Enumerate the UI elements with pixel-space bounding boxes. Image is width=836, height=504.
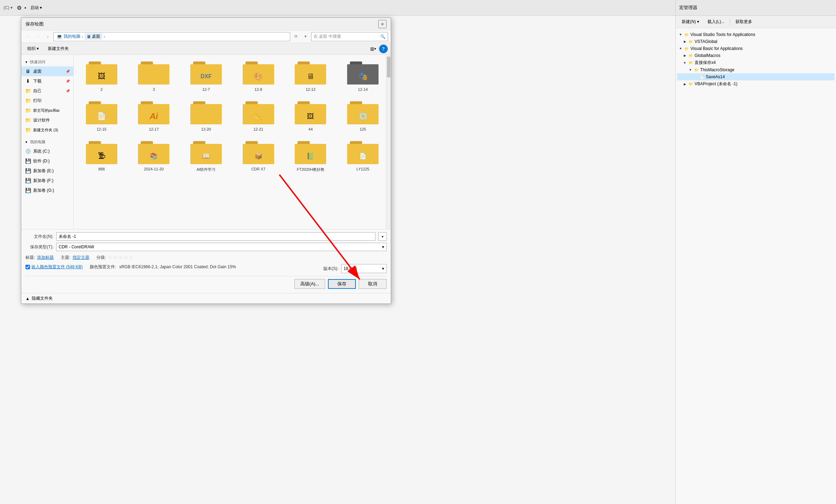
file-item-ai-learn[interactable]: 📖 AI软件学习	[182, 138, 230, 175]
star3[interactable]: ☆	[118, 255, 123, 260]
file-item-ft2020[interactable]: 📗 FT2020H教好教	[286, 138, 335, 175]
file-area: 🖼 2 3	[74, 55, 391, 229]
d-drive-icon: 💾	[25, 158, 31, 164]
version-select[interactable]: 18.0 版 ▾	[341, 264, 387, 273]
window-icon[interactable]: ▪	[24, 5, 26, 10]
mypc-expand[interactable]: ▼	[25, 140, 28, 144]
file-grid: 🖼 2 3	[74, 55, 391, 229]
sidebar-item-newfolder3[interactable]: 📁 新建文件夹 (3)	[21, 125, 73, 135]
breadcrumb-dropdown[interactable]: ▾	[301, 32, 310, 41]
advanced-button[interactable]: 高级(A)...	[294, 279, 325, 289]
separator	[730, 19, 730, 25]
star-rating[interactable]: ☆ ☆ ☆ ☆ ☆	[108, 255, 133, 260]
star4[interactable]: ☆	[124, 255, 128, 260]
file-item-12-14[interactable]: 🎭 12-14	[338, 58, 387, 95]
help-button[interactable]: ?	[379, 44, 388, 53]
hide-folders-bar[interactable]: ▲ 隐藏文件夹	[21, 293, 391, 304]
file-item-cdrx7[interactable]: 📦 CDR X7	[234, 138, 283, 175]
folder-thumb-12-21: 📐	[243, 101, 274, 126]
organize-button[interactable]: 组织 ▾	[24, 44, 42, 53]
quick-access-label: 快速访问	[30, 59, 45, 65]
star5[interactable]: ☆	[129, 255, 133, 260]
breadcrumb-mypc[interactable]: 我的电脑	[64, 34, 80, 39]
sidebar-item-self[interactable]: 📁 自己 📌	[21, 86, 73, 96]
file-item-12-15[interactable]: 📄 12-15	[77, 98, 126, 134]
tag-value[interactable]: 添加标题	[37, 255, 54, 261]
new-folder-button[interactable]: 新建文件夹	[45, 44, 72, 53]
embed-link[interactable]: 嵌入颜色预置文件 (548 KB)	[31, 264, 83, 269]
sidebar-item-download[interactable]: ⬇ 下载 📌	[21, 76, 73, 86]
view-toggle[interactable]: ⊞ ▾	[370, 46, 376, 52]
file-item-888[interactable]: 🗜 888	[77, 138, 126, 175]
up-button[interactable]: ↑	[44, 32, 52, 41]
sidebar-item-f[interactable]: 💾 新加卷 (F:)	[21, 176, 73, 185]
star2[interactable]: ☆	[113, 255, 118, 260]
back-button[interactable]: ←	[24, 32, 32, 41]
sidebar-item-g[interactable]: 💾 新加卷 (G:)	[21, 185, 73, 195]
sidebar-item-e[interactable]: 💾 新加卷 (E:)	[21, 166, 73, 176]
tree-item-directsave[interactable]: ▼ 📁 直接保存x4	[677, 59, 835, 66]
embed-label[interactable]: 嵌入颜色预置文件 (548 KB)	[31, 264, 83, 270]
load-macro-button[interactable]: 载入(L)...	[704, 17, 728, 26]
subject-value[interactable]: 指定主题	[73, 255, 89, 261]
sidebar-item-d[interactable]: 💾 软件 (D:)	[21, 156, 73, 166]
save-button[interactable]: 保存	[328, 279, 356, 289]
file-item-12-8[interactable]: 🎨 12-8	[234, 58, 283, 95]
close-button[interactable]: ×	[378, 20, 387, 28]
c-drive-icon: 💿	[25, 148, 31, 154]
tree-item-vsta[interactable]: ▼ 📁 Visual Studio Tools for Applications	[677, 31, 835, 38]
dialog-nav: ← → ↑ 💻 我的电脑 › 🖥 桌面 › ⟳ ▾ 在 桌面 中搜索 🔍	[21, 30, 391, 43]
sidebar-item-print[interactable]: 📁 打印	[21, 96, 73, 105]
tree-item-vba[interactable]: ▼ 📁 Visual Basic for Applications	[677, 45, 835, 52]
settings-icon[interactable]: ⚙	[17, 5, 22, 11]
file-item-125[interactable]: 💿 125	[338, 98, 387, 134]
file-item-44[interactable]: 🖼 44	[286, 98, 335, 134]
sidebar-item-desktop[interactable]: 🖥 桌面 📌	[21, 66, 73, 76]
tree-item-vstaglobal[interactable]: ▶ 📁 VSTAGlobal	[677, 38, 835, 45]
file-item-12-12[interactable]: 🖥 12-12	[286, 58, 335, 95]
file-item-12-20[interactable]: 12-20	[182, 98, 230, 134]
subject-section: 主题: 指定主题	[61, 255, 89, 261]
tree-item-vbaproject[interactable]: ▶ 📁 VBAProject (未命名 -1)	[677, 80, 835, 88]
tree-item-saveas14[interactable]: ▶ 📄 SaveAs14	[677, 73, 835, 80]
filename-input[interactable]	[56, 232, 375, 241]
file-item-2[interactable]: 🖼 2	[77, 58, 126, 95]
cancel-button[interactable]: 取消	[359, 279, 387, 289]
filename-dropdown[interactable]: ▾	[378, 232, 387, 241]
sidebar-item-psai[interactable]: 📁 群主写的ps和ai	[21, 105, 73, 115]
rating-label: 分级:	[96, 255, 106, 261]
tree-item-thismacro[interactable]: ▼ 📁 ThisMacroStorage	[677, 66, 835, 73]
vertical-scrollbar[interactable]	[386, 55, 391, 229]
new-macro-button[interactable]: 新建(N) ▾	[679, 17, 702, 26]
star1[interactable]: ☆	[108, 255, 112, 260]
pin-icon-desktop: 📌	[66, 70, 70, 73]
filetype-select[interactable]: CDR - CorelDRAW ▾	[56, 243, 387, 251]
file-item-2024[interactable]: 📚 2024-11-20	[130, 138, 178, 175]
start-btn[interactable]: 启动 ▾	[30, 5, 42, 11]
desktop-sidebar-icon: 🖥	[25, 68, 31, 74]
page-icon-saveas14: 📄	[699, 74, 705, 80]
file-item-12-21[interactable]: 📐 12-21	[234, 98, 283, 134]
sidebar-item-design[interactable]: 📁 设计软件	[21, 115, 73, 125]
expand-icon-globalmacros: ▶	[683, 53, 687, 58]
file-item-3[interactable]: 3	[130, 58, 178, 95]
get-more-button[interactable]: 获取更多	[732, 17, 755, 26]
file-item-ly1225[interactable]: 📄 LY1225	[338, 138, 387, 175]
rating-section: 分级: ☆ ☆ ☆ ☆ ☆	[96, 255, 133, 261]
sidebar-quick-access-heading: ▼ 快速访问	[21, 58, 73, 66]
sidebar-item-c[interactable]: 💿 系统 (C:)	[21, 146, 73, 156]
scrollbar-thumb[interactable]	[387, 57, 390, 78]
embed-info: 嵌入颜色预置文件 (548 KB)	[31, 264, 83, 270]
breadcrumb-desktop[interactable]: 🖥 桌面	[85, 33, 102, 40]
search-bar[interactable]: 在 桌面 中搜索 🔍	[311, 32, 388, 41]
file-item-12-7[interactable]: DXF 12-7	[182, 58, 230, 95]
refresh-button[interactable]: ⟳	[292, 32, 300, 41]
breadcrumb-computer-icon: 💻	[57, 34, 62, 39]
quick-access-expand[interactable]: ▼	[25, 60, 28, 64]
file-label-888: 888	[98, 167, 105, 171]
expand-icon-thismacro: ▼	[688, 68, 692, 72]
forward-button[interactable]: →	[34, 32, 42, 41]
tree-item-globalmacros[interactable]: ▶ 📁 GlobalMacros	[677, 52, 835, 59]
file-item-12-17[interactable]: Ai 12-17	[130, 98, 178, 134]
embed-checkbox[interactable]	[25, 265, 30, 269]
